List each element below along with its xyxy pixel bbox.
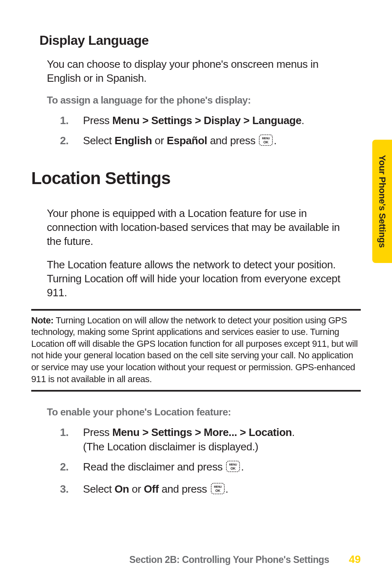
step-pre: Press (83, 114, 112, 127)
step-text: Press Menu > Settings > Display > Langua… (83, 114, 304, 127)
location-steps: 1. Press Menu > Settings > More... > Loc… (60, 425, 344, 498)
menu-path: Menu > Settings > More... > Location (112, 426, 292, 438)
side-tab-label: Your Phone's Settings (377, 155, 387, 248)
step-text: Select English or Español and press . (83, 134, 277, 147)
display-language-instr: To assign a language for the phone's dis… (47, 95, 361, 106)
step-text: Press Menu > Settings > More... > Locati… (83, 426, 295, 453)
step-item: 3. Select On or Off and press . (60, 482, 344, 498)
location-settings-heading: Location Settings (31, 168, 361, 188)
option-english: English (115, 134, 152, 147)
location-instr: To enable your phone's Location feature: (47, 406, 361, 418)
t: Press (83, 426, 112, 438)
note-text: Note: Turning Location on will allow the… (31, 315, 361, 385)
footer-page-number: 49 (349, 553, 361, 566)
option-on: On (115, 483, 129, 495)
step-number: 2. (60, 460, 69, 474)
menu-ok-key-icon (211, 483, 225, 498)
step-item: 1. Press Menu > Settings > Display > Lan… (60, 113, 344, 128)
note-body: Turning Location on will allow the netwo… (31, 315, 357, 384)
option-off: Off (144, 483, 159, 495)
display-language-steps: 1. Press Menu > Settings > Display > Lan… (60, 113, 344, 150)
location-p2: The Location feature allows the network … (47, 258, 348, 300)
menu-path: Menu > Settings > Display > Language (112, 114, 301, 127)
t: . (274, 134, 277, 147)
option-espanol: Español (167, 134, 207, 147)
step-parenthetical: (The Location disclaimer is displayed.) (83, 440, 258, 453)
step-item: 1. Press Menu > Settings > More... > Loc… (60, 425, 344, 454)
location-p1: Your phone is equipped with a Location f… (47, 206, 348, 249)
t: and press (207, 134, 258, 147)
page-content: Your Phone's Settings Display Language Y… (0, 0, 392, 588)
t: and press (159, 483, 210, 495)
step-number: 1. (60, 113, 69, 128)
t: Select (83, 134, 115, 147)
page-footer: Section 2B: Controlling Your Phone's Set… (0, 553, 392, 566)
t: . (226, 483, 228, 495)
t: . (241, 461, 244, 473)
step-number: 2. (60, 134, 69, 148)
t: Select (83, 483, 115, 495)
menu-ok-key-icon (226, 461, 240, 476)
footer-section-title: Section 2B: Controlling Your Phone's Set… (129, 554, 329, 565)
note-label: Note: (31, 315, 53, 325)
step-number: 1. (60, 425, 69, 440)
step-post: . (302, 114, 304, 127)
step-number: 3. (60, 482, 69, 496)
t: Read the disclaimer and press (83, 461, 225, 473)
menu-ok-key-icon (259, 134, 273, 150)
t: or (152, 134, 167, 147)
step-item: 2. Select English or Español and press . (60, 134, 344, 150)
t: or (129, 483, 144, 495)
t: . (292, 426, 295, 438)
side-tab: Your Phone's Settings (372, 140, 392, 263)
display-language-intro: You can choose to display your phone's o… (47, 57, 348, 85)
step-item: 2. Read the disclaimer and press . (60, 460, 344, 476)
step-text: Select On or Off and press . (83, 483, 228, 495)
step-text: Read the disclaimer and press . (83, 461, 244, 473)
display-language-heading: Display Language (39, 33, 361, 48)
note-block: Note: Turning Location on will allow the… (31, 309, 361, 392)
